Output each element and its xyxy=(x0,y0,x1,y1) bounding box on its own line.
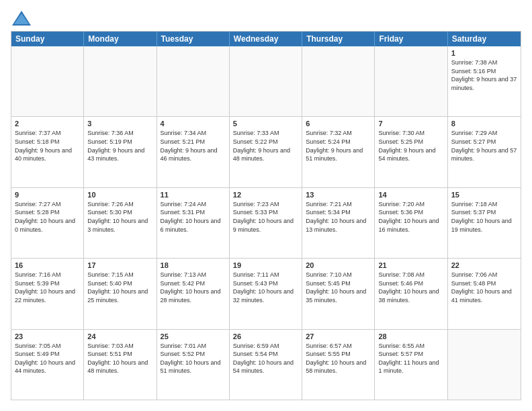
day-info: Sunrise: 7:10 AMSunset: 5:45 PMDaylight:… xyxy=(306,271,371,304)
calendar-cell: 27Sunrise: 6:57 AMSunset: 5:55 PMDayligh… xyxy=(302,330,375,400)
day-number: 26 xyxy=(233,332,298,340)
day-number: 14 xyxy=(378,191,443,199)
calendar-cell: 24Sunrise: 7:03 AMSunset: 5:51 PMDayligh… xyxy=(84,330,157,400)
day-number: 4 xyxy=(161,120,226,128)
day-info: Sunrise: 7:20 AMSunset: 5:36 PMDaylight:… xyxy=(378,200,443,234)
header xyxy=(11,11,521,24)
weekday-header: Friday xyxy=(375,32,447,46)
day-info: Sunrise: 7:27 AMSunset: 5:28 PMDaylight:… xyxy=(15,200,80,234)
calendar-row: 2Sunrise: 7:37 AMSunset: 5:18 PMDaylight… xyxy=(11,116,521,187)
calendar-cell: 28Sunrise: 6:55 AMSunset: 5:57 PMDayligh… xyxy=(375,330,447,400)
calendar-cell xyxy=(11,46,84,116)
calendar-cell xyxy=(84,46,157,116)
day-info: Sunrise: 6:55 AMSunset: 5:57 PMDaylight:… xyxy=(378,342,443,375)
calendar-cell: 26Sunrise: 6:59 AMSunset: 5:54 PMDayligh… xyxy=(230,330,302,400)
calendar-cell: 3Sunrise: 7:36 AMSunset: 5:19 PMDaylight… xyxy=(84,117,157,187)
calendar-cell: 4Sunrise: 7:34 AMSunset: 5:21 PMDaylight… xyxy=(157,117,230,187)
day-info: Sunrise: 7:21 AMSunset: 5:34 PMDaylight:… xyxy=(306,200,371,234)
day-number: 7 xyxy=(378,120,443,128)
day-number: 20 xyxy=(306,261,371,269)
weekday-header: Saturday xyxy=(448,32,521,46)
day-number: 13 xyxy=(306,191,371,199)
calendar-cell: 20Sunrise: 7:10 AMSunset: 5:45 PMDayligh… xyxy=(302,259,375,328)
day-number: 24 xyxy=(87,332,152,340)
logo-icon xyxy=(12,11,31,26)
weekday-header: Sunday xyxy=(11,32,84,46)
day-info: Sunrise: 7:23 AMSunset: 5:33 PMDaylight:… xyxy=(233,200,298,234)
day-number: 9 xyxy=(15,191,80,199)
calendar-cell: 12Sunrise: 7:23 AMSunset: 5:33 PMDayligh… xyxy=(230,188,302,258)
calendar-row: 16Sunrise: 7:16 AMSunset: 5:39 PMDayligh… xyxy=(11,258,521,328)
calendar-cell: 17Sunrise: 7:15 AMSunset: 5:40 PMDayligh… xyxy=(84,259,157,328)
day-number: 3 xyxy=(87,120,152,128)
day-number: 1 xyxy=(451,49,517,57)
calendar-cell: 10Sunrise: 7:26 AMSunset: 5:30 PMDayligh… xyxy=(84,188,157,258)
day-info: Sunrise: 7:24 AMSunset: 5:31 PMDaylight:… xyxy=(161,200,226,234)
day-info: Sunrise: 6:59 AMSunset: 5:54 PMDaylight:… xyxy=(233,342,298,375)
day-info: Sunrise: 7:01 AMSunset: 5:52 PMDaylight:… xyxy=(161,342,226,375)
calendar-cell xyxy=(375,46,447,116)
calendar-cell: 23Sunrise: 7:05 AMSunset: 5:49 PMDayligh… xyxy=(11,330,84,400)
calendar-cell: 19Sunrise: 7:11 AMSunset: 5:43 PMDayligh… xyxy=(230,259,302,328)
day-info: Sunrise: 7:18 AMSunset: 5:37 PMDaylight:… xyxy=(451,200,517,234)
day-number: 27 xyxy=(306,332,371,340)
day-number: 11 xyxy=(161,191,226,199)
day-info: Sunrise: 7:05 AMSunset: 5:49 PMDaylight:… xyxy=(15,342,80,375)
day-number: 21 xyxy=(378,261,443,269)
day-info: Sunrise: 7:32 AMSunset: 5:24 PMDaylight:… xyxy=(306,129,371,163)
day-info: Sunrise: 7:03 AMSunset: 5:51 PMDaylight:… xyxy=(87,342,152,375)
calendar-cell: 2Sunrise: 7:37 AMSunset: 5:18 PMDaylight… xyxy=(11,117,84,187)
day-info: Sunrise: 7:33 AMSunset: 5:22 PMDaylight:… xyxy=(233,129,298,163)
svg-marker-1 xyxy=(14,13,29,24)
calendar: SundayMondayTuesdayWednesdayThursdayFrid… xyxy=(11,31,521,400)
day-number: 2 xyxy=(15,120,80,128)
day-number: 28 xyxy=(378,332,443,340)
day-number: 19 xyxy=(233,261,298,269)
day-info: Sunrise: 6:57 AMSunset: 5:55 PMDaylight:… xyxy=(306,342,371,375)
day-number: 10 xyxy=(87,191,152,199)
day-info: Sunrise: 7:34 AMSunset: 5:21 PMDaylight:… xyxy=(161,129,226,163)
calendar-cell: 22Sunrise: 7:06 AMSunset: 5:48 PMDayligh… xyxy=(448,259,521,328)
weekday-header: Thursday xyxy=(302,32,375,46)
calendar-cell: 16Sunrise: 7:16 AMSunset: 5:39 PMDayligh… xyxy=(11,259,84,328)
day-number: 23 xyxy=(15,332,80,340)
calendar-row: 9Sunrise: 7:27 AMSunset: 5:28 PMDaylight… xyxy=(11,187,521,258)
day-info: Sunrise: 7:13 AMSunset: 5:42 PMDaylight:… xyxy=(161,271,226,304)
weekday-header: Wednesday xyxy=(230,32,302,46)
day-info: Sunrise: 7:11 AMSunset: 5:43 PMDaylight:… xyxy=(233,271,298,304)
day-number: 15 xyxy=(451,191,517,199)
day-info: Sunrise: 7:15 AMSunset: 5:40 PMDaylight:… xyxy=(87,271,152,304)
day-number: 17 xyxy=(87,261,152,269)
calendar-cell: 1Sunrise: 7:38 AMSunset: 5:16 PMDaylight… xyxy=(448,46,521,116)
weekday-header: Monday xyxy=(84,32,157,46)
calendar-cell: 25Sunrise: 7:01 AMSunset: 5:52 PMDayligh… xyxy=(157,330,230,400)
day-info: Sunrise: 7:36 AMSunset: 5:19 PMDaylight:… xyxy=(87,129,152,163)
calendar-row: 23Sunrise: 7:05 AMSunset: 5:49 PMDayligh… xyxy=(11,329,521,400)
day-info: Sunrise: 7:30 AMSunset: 5:25 PMDaylight:… xyxy=(378,129,443,163)
day-number: 5 xyxy=(233,120,298,128)
calendar-cell: 18Sunrise: 7:13 AMSunset: 5:42 PMDayligh… xyxy=(157,259,230,328)
calendar-cell: 15Sunrise: 7:18 AMSunset: 5:37 PMDayligh… xyxy=(448,188,521,258)
calendar-cell: 9Sunrise: 7:27 AMSunset: 5:28 PMDaylight… xyxy=(11,188,84,258)
calendar-body: 1Sunrise: 7:38 AMSunset: 5:16 PMDaylight… xyxy=(11,46,521,400)
calendar-cell xyxy=(157,46,230,116)
calendar-cell: 5Sunrise: 7:33 AMSunset: 5:22 PMDaylight… xyxy=(230,117,302,187)
calendar-cell: 21Sunrise: 7:08 AMSunset: 5:46 PMDayligh… xyxy=(375,259,447,328)
calendar-cell: 13Sunrise: 7:21 AMSunset: 5:34 PMDayligh… xyxy=(302,188,375,258)
day-info: Sunrise: 7:38 AMSunset: 5:16 PMDaylight:… xyxy=(451,58,517,92)
calendar-row: 1Sunrise: 7:38 AMSunset: 5:16 PMDaylight… xyxy=(11,46,521,116)
day-number: 12 xyxy=(233,191,298,199)
calendar-cell xyxy=(230,46,302,116)
day-number: 25 xyxy=(161,332,226,340)
day-info: Sunrise: 7:06 AMSunset: 5:48 PMDaylight:… xyxy=(451,271,517,304)
day-number: 8 xyxy=(451,120,517,128)
day-number: 16 xyxy=(15,261,80,269)
page: SundayMondayTuesdayWednesdayThursdayFrid… xyxy=(0,0,532,411)
day-number: 18 xyxy=(161,261,226,269)
calendar-cell: 14Sunrise: 7:20 AMSunset: 5:36 PMDayligh… xyxy=(375,188,447,258)
calendar-cell: 7Sunrise: 7:30 AMSunset: 5:25 PMDaylight… xyxy=(375,117,447,187)
calendar-cell xyxy=(448,330,521,400)
calendar-cell xyxy=(302,46,375,116)
calendar-cell: 8Sunrise: 7:29 AMSunset: 5:27 PMDaylight… xyxy=(448,117,521,187)
day-info: Sunrise: 7:08 AMSunset: 5:46 PMDaylight:… xyxy=(378,271,443,304)
